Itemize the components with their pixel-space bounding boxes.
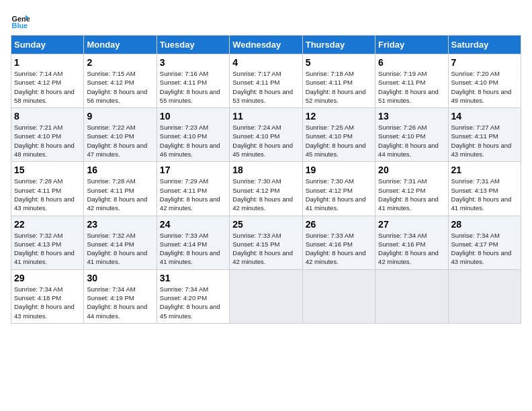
day-number: 26 (306, 219, 372, 230)
calendar-week-3: 15Sunrise: 7:28 AMSunset: 4:11 PMDayligh… (11, 162, 521, 216)
calendar-cell: 28Sunrise: 7:34 AMSunset: 4:17 PMDayligh… (448, 216, 521, 269)
day-info: Sunrise: 7:34 AMSunset: 4:20 PMDaylight:… (160, 285, 226, 320)
day-number: 28 (451, 219, 518, 230)
page-header: General Blue (11, 11, 521, 30)
day-info: Sunrise: 7:31 AMSunset: 4:12 PMDaylight:… (378, 177, 445, 212)
day-number: 13 (378, 111, 445, 122)
day-info: Sunrise: 7:22 AMSunset: 4:10 PMDaylight:… (87, 123, 153, 158)
calendar-week-1: 1Sunrise: 7:14 AMSunset: 4:12 PMDaylight… (11, 54, 521, 108)
calendar-cell: 15Sunrise: 7:28 AMSunset: 4:11 PMDayligh… (11, 162, 84, 216)
day-number: 29 (14, 273, 81, 283)
calendar-cell: 8Sunrise: 7:21 AMSunset: 4:10 PMDaylight… (11, 108, 84, 162)
calendar-cell: 25Sunrise: 7:33 AMSunset: 4:15 PMDayligh… (230, 216, 302, 269)
day-number: 24 (160, 219, 226, 230)
day-number: 4 (232, 57, 299, 68)
header-row: Sunday Monday Tuesday Wednesday Thursday… (11, 36, 521, 54)
day-info: Sunrise: 7:32 AMSunset: 4:13 PMDaylight:… (14, 231, 81, 267)
col-tuesday: Tuesday (157, 36, 229, 54)
calendar-cell: 1Sunrise: 7:14 AMSunset: 4:12 PMDaylight… (11, 54, 84, 108)
calendar-table: Sunday Monday Tuesday Wednesday Thursday… (11, 35, 521, 324)
day-number: 10 (160, 111, 226, 122)
calendar-cell: 14Sunrise: 7:27 AMSunset: 4:11 PMDayligh… (448, 108, 521, 162)
day-info: Sunrise: 7:33 AMSunset: 4:15 PMDaylight:… (232, 231, 299, 267)
day-number: 17 (160, 165, 226, 175)
calendar-cell: 11Sunrise: 7:24 AMSunset: 4:10 PMDayligh… (230, 108, 302, 162)
calendar-cell (375, 269, 448, 323)
day-number: 27 (378, 219, 445, 230)
calendar-cell: 17Sunrise: 7:29 AMSunset: 4:11 PMDayligh… (157, 162, 229, 216)
calendar-cell: 12Sunrise: 7:25 AMSunset: 4:10 PMDayligh… (302, 108, 375, 162)
col-friday: Friday (375, 36, 448, 54)
day-info: Sunrise: 7:25 AMSunset: 4:10 PMDaylight:… (306, 123, 372, 158)
day-info: Sunrise: 7:15 AMSunset: 4:12 PMDaylight:… (87, 69, 153, 105)
col-thursday: Thursday (302, 36, 375, 54)
day-number: 9 (87, 111, 153, 122)
day-info: Sunrise: 7:28 AMSunset: 4:11 PMDaylight:… (87, 177, 153, 212)
day-info: Sunrise: 7:34 AMSunset: 4:16 PMDaylight:… (378, 231, 445, 267)
calendar-cell: 18Sunrise: 7:30 AMSunset: 4:12 PMDayligh… (230, 162, 302, 216)
day-info: Sunrise: 7:26 AMSunset: 4:10 PMDaylight:… (378, 123, 445, 158)
col-monday: Monday (84, 36, 157, 54)
calendar-cell: 16Sunrise: 7:28 AMSunset: 4:11 PMDayligh… (84, 162, 157, 216)
day-info: Sunrise: 7:30 AMSunset: 4:12 PMDaylight:… (232, 177, 299, 212)
calendar-week-4: 22Sunrise: 7:32 AMSunset: 4:13 PMDayligh… (11, 216, 521, 269)
calendar-cell: 19Sunrise: 7:30 AMSunset: 4:12 PMDayligh… (302, 162, 375, 216)
col-saturday: Saturday (448, 36, 521, 54)
day-number: 31 (160, 273, 226, 283)
calendar-cell: 3Sunrise: 7:16 AMSunset: 4:11 PMDaylight… (157, 54, 229, 108)
day-number: 21 (451, 165, 518, 175)
day-info: Sunrise: 7:17 AMSunset: 4:11 PMDaylight:… (232, 69, 299, 105)
calendar-cell: 13Sunrise: 7:26 AMSunset: 4:10 PMDayligh… (375, 108, 448, 162)
day-info: Sunrise: 7:34 AMSunset: 4:17 PMDaylight:… (451, 231, 518, 267)
day-number: 6 (378, 57, 445, 68)
day-number: 7 (451, 57, 518, 68)
day-number: 20 (378, 165, 445, 175)
day-info: Sunrise: 7:33 AMSunset: 4:14 PMDaylight:… (160, 231, 226, 267)
day-info: Sunrise: 7:27 AMSunset: 4:11 PMDaylight:… (451, 123, 518, 158)
calendar-cell: 21Sunrise: 7:31 AMSunset: 4:13 PMDayligh… (448, 162, 521, 216)
day-info: Sunrise: 7:32 AMSunset: 4:14 PMDaylight:… (87, 231, 153, 267)
day-info: Sunrise: 7:34 AMSunset: 4:18 PMDaylight:… (14, 285, 81, 320)
calendar-cell: 23Sunrise: 7:32 AMSunset: 4:14 PMDayligh… (84, 216, 157, 269)
calendar-cell: 2Sunrise: 7:15 AMSunset: 4:12 PMDaylight… (84, 54, 157, 108)
day-number: 14 (451, 111, 518, 122)
calendar-cell (230, 269, 302, 323)
logo-icon: General Blue (11, 11, 30, 30)
day-info: Sunrise: 7:20 AMSunset: 4:10 PMDaylight:… (451, 69, 518, 105)
day-info: Sunrise: 7:30 AMSunset: 4:12 PMDaylight:… (306, 177, 372, 212)
day-info: Sunrise: 7:28 AMSunset: 4:11 PMDaylight:… (14, 177, 81, 212)
day-info: Sunrise: 7:29 AMSunset: 4:11 PMDaylight:… (160, 177, 226, 212)
col-sunday: Sunday (11, 36, 84, 54)
day-info: Sunrise: 7:33 AMSunset: 4:16 PMDaylight:… (306, 231, 372, 267)
day-number: 18 (232, 165, 299, 175)
col-wednesday: Wednesday (230, 36, 302, 54)
day-number: 15 (14, 165, 81, 175)
day-number: 23 (87, 219, 153, 230)
calendar-cell (448, 269, 521, 323)
day-number: 22 (14, 219, 81, 230)
day-info: Sunrise: 7:14 AMSunset: 4:12 PMDaylight:… (14, 69, 81, 105)
calendar-cell: 10Sunrise: 7:23 AMSunset: 4:10 PMDayligh… (157, 108, 229, 162)
calendar-cell: 6Sunrise: 7:19 AMSunset: 4:11 PMDaylight… (375, 54, 448, 108)
day-number: 5 (306, 57, 372, 68)
calendar-week-5: 29Sunrise: 7:34 AMSunset: 4:18 PMDayligh… (11, 269, 521, 323)
day-info: Sunrise: 7:23 AMSunset: 4:10 PMDaylight:… (160, 123, 226, 158)
day-number: 1 (14, 57, 81, 68)
day-info: Sunrise: 7:24 AMSunset: 4:10 PMDaylight:… (232, 123, 299, 158)
calendar-cell: 20Sunrise: 7:31 AMSunset: 4:12 PMDayligh… (375, 162, 448, 216)
calendar-cell: 22Sunrise: 7:32 AMSunset: 4:13 PMDayligh… (11, 216, 84, 269)
day-number: 3 (160, 57, 226, 68)
day-info: Sunrise: 7:34 AMSunset: 4:19 PMDaylight:… (87, 285, 153, 320)
day-info: Sunrise: 7:21 AMSunset: 4:10 PMDaylight:… (14, 123, 81, 158)
day-number: 8 (14, 111, 81, 122)
logo: General Blue (11, 11, 30, 30)
day-number: 2 (87, 57, 153, 68)
calendar-cell: 9Sunrise: 7:22 AMSunset: 4:10 PMDaylight… (84, 108, 157, 162)
calendar-body: 1Sunrise: 7:14 AMSunset: 4:12 PMDaylight… (11, 54, 521, 324)
calendar-cell: 30Sunrise: 7:34 AMSunset: 4:19 PMDayligh… (84, 269, 157, 323)
day-number: 30 (87, 273, 153, 283)
calendar-cell: 26Sunrise: 7:33 AMSunset: 4:16 PMDayligh… (302, 216, 375, 269)
day-info: Sunrise: 7:19 AMSunset: 4:11 PMDaylight:… (378, 69, 445, 105)
calendar-cell: 24Sunrise: 7:33 AMSunset: 4:14 PMDayligh… (157, 216, 229, 269)
day-info: Sunrise: 7:18 AMSunset: 4:11 PMDaylight:… (306, 69, 372, 105)
